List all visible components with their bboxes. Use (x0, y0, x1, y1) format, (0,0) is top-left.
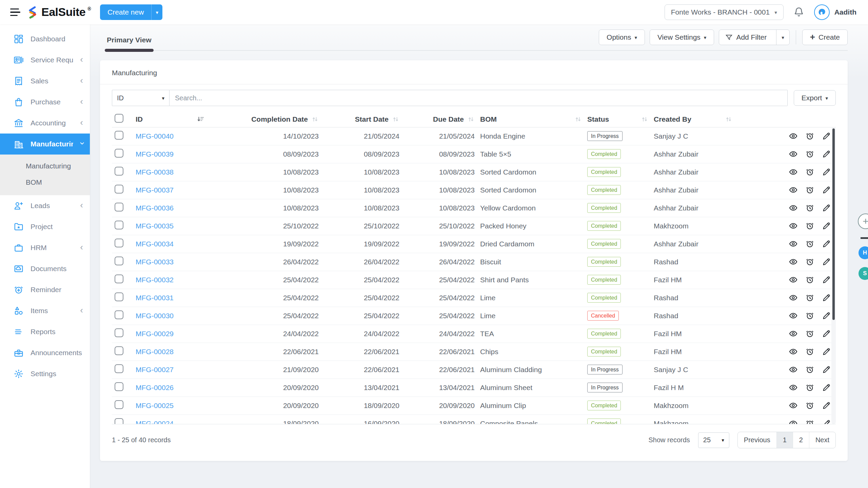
user-menu[interactable]: Aadith (814, 4, 856, 20)
set-reminder-button[interactable] (805, 131, 814, 141)
set-reminder-button[interactable] (805, 185, 814, 195)
menu-toggle-icon[interactable] (10, 7, 20, 17)
set-reminder-button[interactable] (805, 149, 814, 159)
view-record-button[interactable] (789, 329, 798, 338)
col-header-due-date[interactable]: Due Date (433, 115, 464, 123)
edit-record-button[interactable] (822, 419, 831, 424)
create-new-button[interactable]: Create new ▾ (100, 4, 162, 20)
sidebar-item-manufacturing[interactable]: Manufacturing‹ (0, 134, 90, 155)
view-settings-button[interactable]: View Settings ▾ (650, 29, 714, 45)
edit-record-button[interactable] (822, 221, 831, 230)
scrollbar-thumb[interactable] (832, 128, 835, 320)
record-link[interactable]: MFG-00031 (136, 294, 174, 302)
sidebar-item-sales[interactable]: Sales‹ (0, 70, 90, 92)
record-link[interactable]: MFG-00036 (136, 204, 174, 212)
company-branch-selector[interactable]: Fonte Works - BRANCH - 0001 ▾ (665, 4, 784, 20)
sidebar-item-announcements[interactable]: Announcements (0, 342, 90, 363)
row-checkbox[interactable] (115, 239, 123, 247)
view-record-button[interactable] (789, 185, 798, 195)
next-page-button[interactable]: Next (809, 432, 835, 448)
record-link[interactable]: MFG-00035 (136, 222, 174, 230)
row-checkbox[interactable] (115, 274, 123, 283)
row-checkbox[interactable] (115, 418, 123, 424)
sidebar-item-settings[interactable]: Settings (0, 363, 90, 384)
create-new-dropdown-toggle[interactable]: ▾ (151, 4, 162, 20)
row-checkbox[interactable] (115, 167, 123, 176)
sort-icon[interactable] (467, 116, 475, 123)
edit-record-button[interactable] (822, 311, 831, 320)
set-reminder-button[interactable] (805, 257, 814, 266)
set-reminder-button[interactable] (805, 347, 814, 356)
record-link[interactable]: MFG-00030 (136, 312, 174, 320)
edit-record-button[interactable] (822, 167, 831, 177)
row-checkbox[interactable] (115, 203, 123, 211)
edit-record-button[interactable] (822, 185, 831, 195)
set-reminder-button[interactable] (805, 383, 814, 392)
view-record-button[interactable] (789, 149, 798, 159)
view-record-button[interactable] (789, 401, 798, 410)
notifications-bell-icon[interactable] (793, 6, 805, 18)
record-link[interactable]: MFG-00034 (136, 240, 174, 248)
view-record-button[interactable] (789, 203, 798, 212)
sidebar-item-hrm[interactable]: HRM‹ (0, 237, 90, 258)
set-reminder-button[interactable] (805, 401, 814, 410)
row-checkbox[interactable] (115, 185, 123, 194)
sort-icon[interactable] (725, 116, 732, 123)
view-record-button[interactable] (789, 221, 798, 230)
edit-record-button[interactable] (822, 383, 831, 392)
set-reminder-button[interactable] (805, 239, 814, 248)
view-record-button[interactable] (789, 365, 798, 374)
edit-record-button[interactable] (822, 275, 831, 284)
view-record-button[interactable] (789, 293, 798, 302)
set-reminder-button[interactable] (805, 203, 814, 212)
sidebar-item-dashboard[interactable]: Dashboard (0, 28, 90, 49)
add-filter-dropdown-toggle[interactable]: ▾ (776, 30, 789, 45)
row-checkbox[interactable] (115, 292, 123, 301)
page-button-2[interactable]: 2 (793, 432, 809, 448)
col-header-status[interactable]: Status (587, 115, 609, 123)
view-record-button[interactable] (789, 419, 798, 424)
sidebar-item-reminder[interactable]: Reminder (0, 279, 90, 300)
search-field-select[interactable]: ID ▾ (112, 90, 170, 106)
edit-record-button[interactable] (822, 239, 831, 248)
tab-primary-view[interactable]: Primary View (107, 36, 152, 50)
sort-icon[interactable] (392, 116, 399, 123)
set-reminder-button[interactable] (805, 221, 814, 230)
row-checkbox[interactable] (115, 257, 123, 265)
sidebar-item-service-request[interactable]: Service Request‹ (0, 49, 90, 70)
set-reminder-button[interactable] (805, 329, 814, 338)
sidebar-item-reports[interactable]: Reports (0, 321, 90, 342)
record-link[interactable]: MFG-00024 (136, 420, 174, 425)
edit-record-button[interactable] (822, 131, 831, 141)
view-record-button[interactable] (789, 131, 798, 141)
col-header-created-by[interactable]: Created By (654, 115, 691, 123)
record-link[interactable]: MFG-00038 (136, 168, 174, 176)
edit-record-button[interactable] (822, 293, 831, 302)
record-link[interactable]: MFG-00029 (136, 330, 174, 338)
sort-icon[interactable] (641, 116, 648, 123)
record-link[interactable]: MFG-00027 (136, 366, 174, 373)
record-link[interactable]: MFG-00028 (136, 348, 174, 355)
view-record-button[interactable] (789, 275, 798, 284)
col-header-bom[interactable]: BOM (480, 115, 497, 123)
edit-record-button[interactable] (822, 365, 831, 374)
page-size-select[interactable]: 25 ▾ (698, 432, 729, 448)
record-link[interactable]: MFG-00033 (136, 258, 174, 266)
set-reminder-button[interactable] (805, 365, 814, 374)
record-link[interactable]: MFG-00032 (136, 276, 174, 284)
view-record-button[interactable] (789, 257, 798, 266)
row-checkbox[interactable] (115, 364, 123, 373)
col-header-start-date[interactable]: Start Date (355, 115, 389, 123)
row-checkbox[interactable] (115, 382, 123, 391)
sidebar-item-documents[interactable]: Documents (0, 258, 90, 279)
set-reminder-button[interactable] (805, 419, 814, 424)
row-checkbox[interactable] (115, 221, 123, 229)
sidebar-item-accounting[interactable]: Accounting‹ (0, 113, 90, 134)
record-link[interactable]: MFG-00039 (136, 150, 174, 158)
sort-icon[interactable] (311, 116, 319, 123)
row-checkbox[interactable] (115, 328, 123, 337)
set-reminder-button[interactable] (805, 293, 814, 302)
edit-record-button[interactable] (822, 149, 831, 159)
sort-icon[interactable] (574, 116, 582, 123)
select-all-checkbox[interactable] (115, 114, 123, 123)
